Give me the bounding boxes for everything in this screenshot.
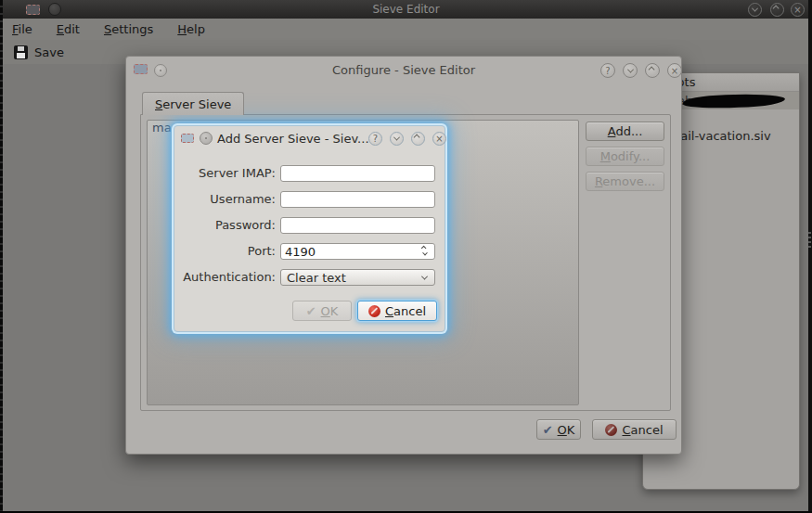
help-icon: ? (373, 134, 378, 144)
chevron-down-icon (393, 135, 400, 141)
close-button[interactable]: × (791, 3, 805, 17)
menu-settings[interactable]: Settings (104, 22, 153, 36)
close-button[interactable]: × (667, 63, 682, 78)
check-icon: ✔ (306, 305, 316, 317)
add-dialog-title: Add Server Sieve - Siev... (217, 132, 369, 146)
chevron-down-icon (626, 66, 633, 72)
authentication-value: Clear text (287, 271, 422, 285)
port-input[interactable] (280, 243, 435, 260)
authentication-label: Authentication: (174, 269, 276, 286)
modify-button[interactable]: Modify... (586, 147, 664, 166)
close-icon: × (793, 5, 801, 15)
maximize-button[interactable] (645, 63, 660, 78)
spinner-arrows-icon[interactable] (419, 244, 431, 259)
ok-button-label: OK (321, 304, 339, 318)
chevron-up-icon (421, 245, 427, 250)
help-button[interactable]: ? (600, 63, 615, 78)
tab-label: Server Sieve (155, 97, 231, 111)
menubar: File Edit Settings Help (3, 19, 812, 40)
dialog-menu-icon[interactable] (200, 132, 213, 145)
menu-file[interactable]: File (12, 22, 32, 36)
port-label: Port: (174, 243, 276, 260)
maximize-button[interactable] (411, 132, 425, 146)
minimize-button[interactable] (748, 3, 762, 17)
window-title: Sieve Editor (0, 3, 812, 16)
cancel-icon (368, 305, 380, 317)
help-button[interactable]: ? (368, 132, 382, 146)
server-imap-input[interactable] (280, 165, 435, 182)
server-list-item-label: ma (152, 121, 172, 135)
screen: Sieve Editor × File Edit Settings Help S… (0, 0, 812, 513)
add-server-dialog: Add Server Sieve - Siev... ? × Server IM… (174, 125, 445, 332)
server-imap-label: Server IMAP: (174, 165, 276, 182)
resize-grip-dots (808, 232, 811, 249)
chevron-down-icon (422, 250, 428, 255)
minimize-button[interactable] (390, 132, 404, 146)
ok-button[interactable]: ✔ OK (536, 419, 581, 440)
remove-button-label: Remove... (595, 174, 655, 188)
password-label: Password: (174, 217, 276, 234)
dialog-app-icon (181, 134, 194, 143)
add-button-label: Add... (608, 124, 643, 138)
close-icon: × (671, 66, 678, 76)
cancel-icon (605, 424, 617, 436)
username-input[interactable] (280, 191, 435, 208)
maximize-button[interactable] (770, 3, 784, 17)
chevron-up-icon (414, 135, 420, 141)
minimize-button[interactable] (623, 63, 638, 78)
cancel-button-label: Cancel (622, 423, 663, 437)
cancel-button[interactable]: Cancel (592, 419, 677, 440)
screen-edge-left (0, 0, 3, 513)
modify-button-label: Modify... (600, 149, 651, 163)
check-icon: ✔ (543, 424, 553, 436)
save-button[interactable]: Save (8, 42, 70, 62)
password-input[interactable] (280, 217, 435, 234)
close-button[interactable]: × (432, 132, 446, 146)
add-button[interactable]: Add... (586, 122, 664, 141)
remove-button[interactable]: Remove... (586, 172, 664, 191)
chevron-down-icon (421, 273, 428, 279)
port-stepper[interactable] (280, 243, 435, 260)
chevron-up-icon (648, 66, 654, 72)
chevron-up-icon (773, 6, 780, 12)
username-label: Username: (174, 191, 276, 208)
chevron-down-icon (752, 6, 758, 12)
screen-edge-right (808, 0, 812, 513)
main-titlebar: Sieve Editor × (0, 0, 812, 19)
cancel-button[interactable]: Cancel (357, 301, 437, 321)
help-icon: ? (605, 66, 610, 76)
menu-edit[interactable]: Edit (57, 22, 80, 36)
configure-dialog-title: Configure - Sieve Editor (126, 63, 681, 77)
ok-button-label: OK (558, 423, 575, 437)
cancel-button-label: Cancel (385, 304, 426, 318)
menu-help[interactable]: Help (177, 22, 205, 36)
ok-button[interactable]: ✔ OK (292, 301, 352, 321)
save-label: Save (34, 45, 64, 59)
close-icon: × (435, 134, 443, 144)
authentication-select[interactable]: Clear text (280, 269, 435, 286)
save-icon (14, 45, 28, 59)
tab-server-sieve[interactable]: Server Sieve (142, 92, 244, 115)
